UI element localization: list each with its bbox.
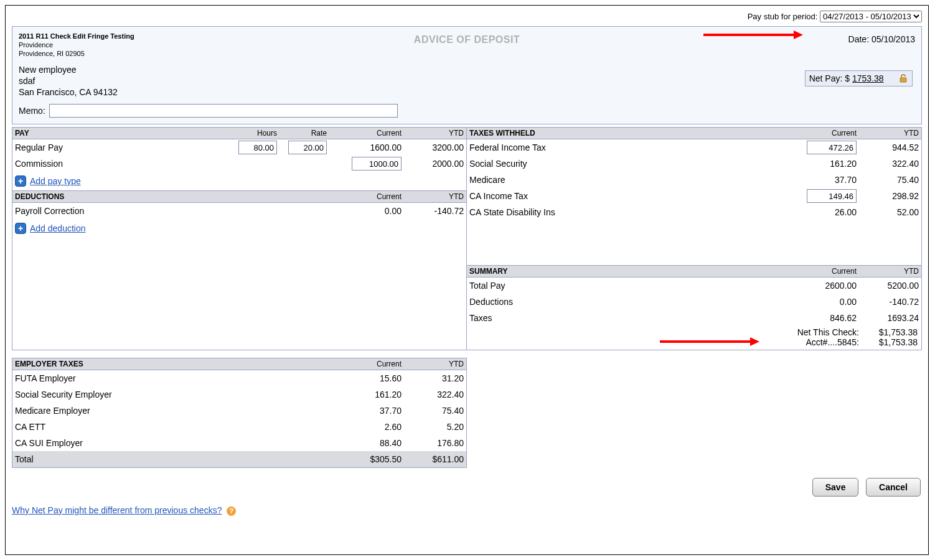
acct-value: $1,753.38 xyxy=(864,337,918,347)
employer-tax-row: FUTA Employer15.6031.20 xyxy=(12,370,466,386)
acct-label: Acct#....5845: xyxy=(806,337,859,347)
employer-tax-row: CA ETT2.605.20 xyxy=(12,419,466,435)
why-netpay-link[interactable]: Why Net Pay might be different from prev… xyxy=(12,505,222,515)
summary-heading: SUMMARY xyxy=(469,267,782,276)
lock-icon[interactable] xyxy=(898,73,908,83)
net-this-check-value: $1,753.38 xyxy=(864,327,918,337)
advice-title: ADVICE OF DEPOSIT xyxy=(414,34,520,45)
tax-current-input[interactable] xyxy=(807,189,857,203)
employer-tax-row: Medicare Employer37.7075.40 xyxy=(12,403,466,419)
net-pay-box: Net Pay: $ 1753.38 xyxy=(805,70,913,86)
svg-marker-1 xyxy=(794,30,803,39)
tax-row: Federal Income Tax 944.52 xyxy=(467,139,921,156)
employer-tax-row: CA SUI Employer88.40176.80 xyxy=(12,435,466,451)
plus-icon[interactable]: + xyxy=(15,223,26,234)
company-address: 2011 R11 Check Edit Fringe Testing Provi… xyxy=(19,32,255,58)
net-this-check-label: Net This Check: xyxy=(797,327,859,337)
tax-row: Social Security 161.20 322.40 xyxy=(467,156,921,172)
employer-tax-total-row: Total $305.50 $611.00 xyxy=(12,451,466,467)
plus-icon[interactable]: + xyxy=(15,175,26,187)
memo-input[interactable] xyxy=(49,104,398,118)
employee-address: New employee sdaf San Francisco, CA 9413… xyxy=(12,58,921,101)
check-date: Date: 05/10/2013 xyxy=(848,32,915,44)
pay-row: Regular Pay 1600.00 3200.00 xyxy=(12,139,466,156)
annotation-arrow-icon xyxy=(703,29,803,39)
tax-current-input[interactable] xyxy=(807,141,857,154)
period-select[interactable]: 04/27/2013 - 05/10/2013 xyxy=(820,11,922,22)
help-icon[interactable]: ? xyxy=(227,506,236,516)
summary-row: Taxes 846.62 1693.24 xyxy=(467,310,921,326)
pay-row: Commission 2000.00 xyxy=(12,156,466,172)
employer-tax-row: Social Security Employer161.20322.40 xyxy=(12,386,466,403)
svg-marker-4 xyxy=(750,337,759,346)
rate-input[interactable] xyxy=(288,141,327,154)
hours-input[interactable] xyxy=(238,141,277,154)
deduction-row: Payroll Correction 0.00 -140.72 xyxy=(12,203,466,219)
deductions-heading: DEDUCTIONS xyxy=(15,192,327,201)
save-button[interactable]: Save xyxy=(812,478,859,497)
current-input[interactable] xyxy=(352,157,402,170)
period-label: Pay stub for period: xyxy=(748,12,818,21)
summary-row: Deductions 0.00 -140.72 xyxy=(467,294,921,310)
tax-row: CA State Disability Ins 26.00 52.00 xyxy=(467,204,921,220)
net-pay-amount[interactable]: 1753.38 xyxy=(852,73,896,83)
memo-label: Memo: xyxy=(19,106,45,116)
tax-row: CA Income Tax 298.92 xyxy=(467,188,921,204)
employer-taxes-heading: EMPLOYER TAXES xyxy=(15,360,327,368)
summary-row: Total Pay 2600.00 5200.00 xyxy=(467,278,921,294)
add-deduction-link[interactable]: Add deduction xyxy=(30,223,86,233)
svg-rect-2 xyxy=(900,78,906,82)
add-pay-type-link[interactable]: Add pay type xyxy=(30,176,81,186)
taxes-heading: TAXES WITHHELD xyxy=(469,129,782,138)
pay-heading: PAY xyxy=(15,129,227,138)
tax-row: Medicare 37.70 75.40 xyxy=(467,172,921,188)
cancel-button[interactable]: Cancel xyxy=(866,478,921,497)
annotation-arrow-icon xyxy=(660,336,759,346)
